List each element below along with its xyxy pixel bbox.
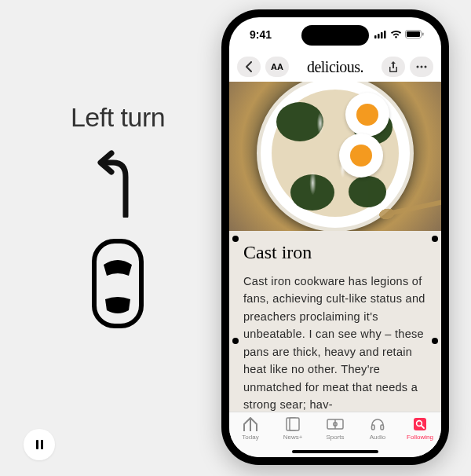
tab-news-plus[interactable]: News+: [272, 416, 314, 441]
news-plus-icon: [284, 416, 301, 432]
left-turn-label: Left turn: [71, 102, 165, 133]
svg-rect-3: [381, 32, 383, 38]
pause-button[interactable]: [24, 429, 55, 460]
back-button[interactable]: [237, 57, 261, 77]
selection-handle[interactable]: [232, 338, 239, 344]
today-icon: [242, 416, 259, 432]
car-top-icon: [88, 236, 148, 334]
tab-label: Sports: [326, 434, 344, 441]
home-indicator[interactable]: [292, 450, 378, 453]
tab-label: Following: [407, 434, 433, 441]
article-content[interactable]: Cast iron Cast iron cookware has legions…: [229, 231, 441, 412]
tab-audio[interactable]: Audio: [356, 416, 399, 441]
selection-handle[interactable]: [432, 236, 438, 242]
battery-icon: [405, 28, 424, 41]
svg-rect-16: [372, 425, 375, 430]
tab-label: News+: [283, 434, 303, 441]
left-turn-illustration: Left turn: [31, 102, 204, 334]
pause-icon: [36, 440, 38, 449]
ellipsis-icon: [416, 65, 427, 68]
phone-screen: 9:41 AA delicious.: [229, 17, 441, 457]
more-button[interactable]: [410, 57, 433, 77]
tab-following[interactable]: Following: [399, 416, 441, 441]
wifi-icon: [390, 28, 402, 41]
tab-label: Today: [242, 434, 258, 441]
svg-point-9: [421, 66, 423, 68]
article-body: Cast iron cookware has legions of fans, …: [243, 273, 427, 412]
svg-rect-4: [384, 31, 386, 38]
dynamic-island: [301, 25, 369, 46]
svg-point-10: [425, 66, 427, 68]
svg-rect-7: [422, 33, 424, 36]
cellular-icon: [374, 28, 387, 41]
following-icon: [411, 416, 429, 432]
selection-handle[interactable]: [232, 236, 239, 242]
article-title: Cast iron: [243, 242, 427, 263]
tab-today[interactable]: Today: [229, 416, 272, 441]
share-icon: [389, 61, 398, 73]
svg-point-8: [417, 66, 419, 68]
audio-icon: [369, 416, 386, 432]
svg-rect-6: [407, 31, 420, 37]
svg-rect-1: [374, 35, 377, 38]
svg-rect-2: [378, 34, 380, 38]
left-turn-arrow-icon: [94, 148, 141, 221]
chevron-left-icon: [245, 61, 253, 72]
status-time: 9:41: [250, 28, 272, 41]
tab-sports[interactable]: Sports: [314, 416, 356, 441]
share-button[interactable]: [382, 57, 405, 77]
text-size-button[interactable]: AA: [265, 57, 289, 77]
svg-rect-17: [381, 425, 384, 430]
sports-icon: [327, 416, 344, 432]
svg-rect-12: [290, 418, 299, 430]
iphone-frame: 9:41 AA delicious.: [221, 9, 449, 465]
publication-title: delicious.: [294, 58, 377, 76]
selection-handle[interactable]: [432, 338, 438, 344]
tab-label: Audio: [370, 434, 385, 441]
article-nav-bar: AA delicious.: [229, 52, 441, 82]
article-hero-image: [229, 82, 441, 231]
